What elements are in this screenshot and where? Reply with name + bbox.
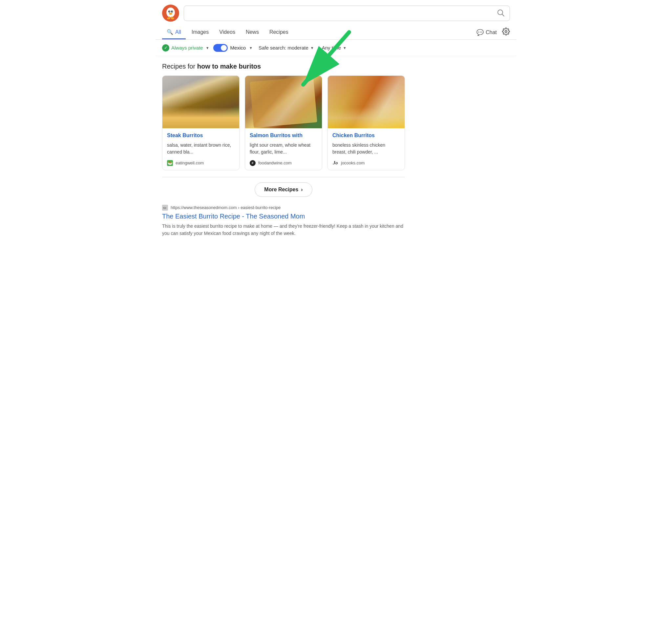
search-input[interactable]: how to make buritos bbox=[189, 10, 494, 17]
search-button[interactable] bbox=[497, 9, 504, 17]
ddg-logo[interactable] bbox=[162, 5, 179, 22]
svg-point-2 bbox=[166, 7, 175, 17]
recipe-image-steak bbox=[162, 76, 239, 128]
tab-all[interactable]: 🔍 All bbox=[162, 26, 186, 39]
source-favicon-jocooks: Jo bbox=[332, 160, 338, 166]
safe-search-chevron-icon: ▼ bbox=[310, 46, 314, 50]
recipe-ingredients-steak: salsa, water, instant brown rice, canned… bbox=[167, 142, 235, 155]
source-favicon-foodandwine: F bbox=[250, 160, 256, 166]
recipe-title-salmon: Salmon Burritos with bbox=[250, 132, 317, 139]
more-recipes-button[interactable]: More Recipes › bbox=[255, 183, 312, 197]
result-title-1[interactable]: The Easiest Burrito Recipe - The Seasone… bbox=[162, 212, 405, 220]
nav-tabs: 🔍 All Images Videos News Recipes 💬 Chat bbox=[162, 26, 510, 39]
header: how to make buritos 🔍 All Images Videos bbox=[155, 0, 517, 40]
svg-point-5 bbox=[169, 11, 170, 11]
svg-line-14 bbox=[502, 14, 504, 16]
region-toggle-group: Mexico ▼ bbox=[213, 44, 253, 52]
recipe-title-chicken: Chicken Burritos bbox=[332, 132, 400, 139]
chat-bubble-icon: 💬 bbox=[476, 29, 484, 36]
recipe-ingredients-chicken: boneless skinless chicken breast, chili … bbox=[332, 142, 400, 155]
time-chevron-icon: ▼ bbox=[343, 46, 346, 50]
tab-videos[interactable]: Videos bbox=[215, 26, 240, 39]
svg-text:🍽: 🍽 bbox=[163, 207, 166, 210]
recipe-card-steak[interactable]: Steak Burritos salsa, water, instant bro… bbox=[162, 75, 240, 170]
search-result-1: 🍽 https://www.theseasonedmom.com › easie… bbox=[162, 205, 405, 237]
region-label: Mexico bbox=[230, 45, 246, 50]
recipe-source-salmon: F foodandwine.com bbox=[250, 160, 317, 166]
recipe-source-chicken: Jo jocooks.com bbox=[332, 160, 400, 166]
result-snippet-1: This is truly the easiest burrito recipe… bbox=[162, 222, 405, 237]
search-icon: 🔍 bbox=[167, 29, 173, 35]
recipes-heading: Recipes for how to make buritos bbox=[162, 63, 405, 70]
result-url: 🍽 https://www.theseasonedmom.com › easie… bbox=[162, 205, 405, 211]
recipe-card-salmon[interactable]: Salmon Burritos with light sour cream, w… bbox=[245, 75, 322, 170]
private-check-icon: ✓ bbox=[162, 44, 169, 51]
recipe-image-salmon bbox=[245, 76, 322, 128]
recipe-card-chicken[interactable]: Chicken Burritos boneless skinless chick… bbox=[328, 75, 405, 170]
source-favicon-eatingwell: 🥗 bbox=[167, 160, 173, 166]
tab-images[interactable]: Images bbox=[187, 26, 213, 39]
svg-point-8 bbox=[169, 13, 172, 14]
settings-button[interactable] bbox=[502, 28, 510, 38]
svg-rect-12 bbox=[171, 17, 172, 19]
svg-point-6 bbox=[172, 11, 172, 11]
result-favicon: 🍽 bbox=[162, 205, 168, 211]
chevron-right-icon: › bbox=[301, 187, 303, 193]
time-filter[interactable]: Any time ▼ bbox=[320, 44, 349, 52]
region-toggle[interactable] bbox=[213, 44, 228, 52]
recipe-title-steak: Steak Burritos bbox=[167, 132, 235, 139]
tab-news[interactable]: News bbox=[241, 26, 263, 39]
main-content: Recipes for how to make buritos Steak Bu… bbox=[155, 56, 411, 250]
recipe-image-chicken bbox=[328, 76, 405, 128]
chevron-down-icon: ▼ bbox=[206, 46, 209, 50]
recipe-body-salmon: Salmon Burritos with light sour cream, w… bbox=[245, 128, 322, 170]
svg-point-15 bbox=[505, 30, 507, 32]
tab-recipes[interactable]: Recipes bbox=[265, 26, 293, 39]
recipe-divider bbox=[162, 177, 405, 177]
recipe-source-steak: 🥗 eatingwell.com bbox=[167, 160, 235, 166]
header-top: how to make buritos bbox=[162, 5, 510, 22]
region-chevron-icon: ▼ bbox=[249, 46, 253, 50]
page-wrapper: how to make buritos 🔍 All Images Videos bbox=[155, 0, 517, 250]
search-bar[interactable]: how to make buritos bbox=[184, 6, 510, 21]
filter-bar: ✓ Always private ▼ Mexico ▼ Safe search:… bbox=[155, 40, 517, 56]
recipe-body-chicken: Chicken Burritos boneless skinless chick… bbox=[328, 128, 405, 170]
nav-right: 💬 Chat bbox=[476, 28, 510, 38]
recipe-ingredients-salmon: light sour cream, whole wheat flour, gar… bbox=[250, 142, 317, 155]
recipe-cards: Steak Burritos salsa, water, instant bro… bbox=[162, 75, 405, 170]
chat-button[interactable]: 💬 Chat bbox=[476, 29, 497, 36]
recipe-body-steak: Steak Burritos salsa, water, instant bro… bbox=[162, 128, 239, 170]
safe-search-filter[interactable]: Safe search: moderate ▼ bbox=[257, 44, 316, 52]
svg-rect-11 bbox=[169, 17, 170, 19]
always-private-filter[interactable]: ✓ Always private ▼ bbox=[162, 44, 209, 51]
